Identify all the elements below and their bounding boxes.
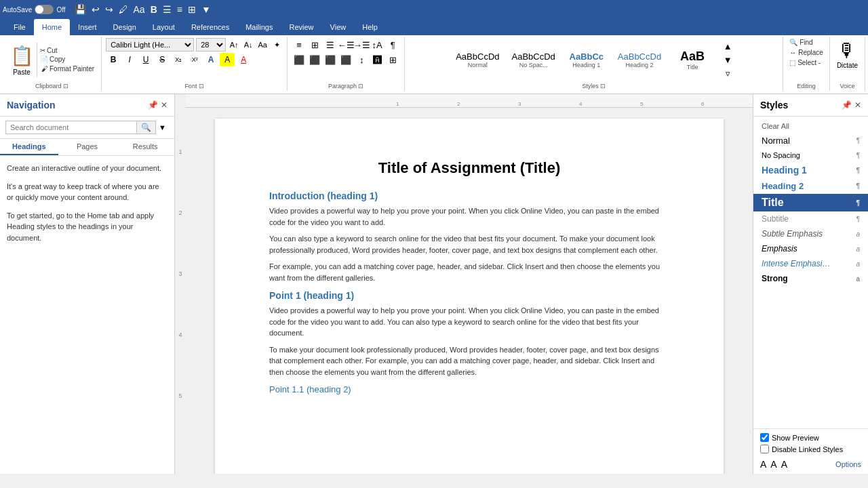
paste-button[interactable]: 📋 Paste [7,43,37,77]
show-marks-button[interactable]: ¶ [385,38,400,52]
tab-mailings[interactable]: Mailings [237,19,281,35]
nav-close-button[interactable]: ✕ [161,100,167,110]
styles-scroll-down[interactable]: ▼ [720,53,735,66]
align-button[interactable]: ☰ [161,3,174,16]
bullets-button[interactable]: ≡ [292,38,307,52]
style-entry-strong[interactable]: Strong a [753,271,868,286]
shading-button[interactable]: 🅰 [370,53,384,66]
style-title[interactable]: AaB Title [669,47,716,73]
spelling-button[interactable]: Aa [132,3,147,16]
tab-layout[interactable]: Layout [144,19,183,35]
paragraph-expand[interactable]: ⊡ [358,83,363,89]
styles-scroll-up[interactable]: ▲ [720,39,735,53]
style-clear-all[interactable]: Clear All [753,119,868,133]
style-no-spacing[interactable]: AaBbCcDd No Spac... [507,49,560,70]
style-heading2[interactable]: AaBbCcDd Heading 2 [613,49,666,70]
numbering-button[interactable]: ⊞ [307,38,322,52]
document-title[interactable]: Title of Assignment (Title) [269,159,669,177]
format-painter-button[interactable]: 🖌 Format Painter [40,64,96,73]
superscript-button[interactable]: X² [187,53,202,66]
change-case-btn[interactable]: Aa [256,39,269,51]
font-expand[interactable]: ⊡ [199,83,204,89]
tab-view[interactable]: View [322,19,355,35]
text-effects-button[interactable]: A [203,53,218,66]
nav-tab-results[interactable]: Results [116,139,174,155]
italic-button[interactable]: I [122,53,137,66]
style-entry-heading2[interactable]: Heading 2 ¶ [753,178,868,194]
cut-button[interactable]: ✂ Cut [40,47,96,54]
styles-more[interactable]: ▿ [720,66,735,80]
styles-a3-icon[interactable]: A [781,459,787,470]
text-highlight-button[interactable]: A [220,53,235,66]
replace-button[interactable]: ↔ Replace [787,48,825,57]
styles-expand[interactable]: ⊡ [600,83,606,89]
tab-file[interactable]: File [5,19,34,35]
tab-home[interactable]: Home [34,19,70,35]
copy-button[interactable]: 📄 Copy [40,56,96,63]
decrease-font-btn[interactable]: A↓ [242,39,254,51]
style-heading1[interactable]: AaBbCc Heading 1 [563,49,610,70]
bold-qat-button[interactable]: B [149,3,159,16]
tab-references[interactable]: References [183,19,237,35]
borders-button[interactable]: ⊞ [385,53,400,66]
nav-search-input[interactable] [5,121,137,134]
save-button[interactable]: 💾 [73,3,88,16]
strikethrough-button[interactable]: S [155,53,170,66]
redo-button[interactable]: ↪ [103,3,115,16]
sort-button[interactable]: ↕A [370,38,384,52]
align-left-button[interactable]: ⬛ [292,53,307,66]
show-preview-check-input[interactable] [760,433,769,442]
disable-linked-checkbox[interactable]: Disable Linked Styles [760,445,861,453]
clipboard-expand[interactable]: ⊡ [63,83,68,89]
font-name-select[interactable]: Calibri Light (He... [106,38,194,52]
font-size-select[interactable]: 28 [196,38,226,52]
tab-help[interactable]: Help [354,19,386,35]
style-entry-title[interactable]: Title ¶ [753,194,868,211]
decrease-indent-button[interactable]: ←☰ [338,38,353,52]
dictate-button[interactable]: 🎙 Dictate [834,38,861,70]
heading-introduction[interactable]: Introduction (heading 1) [269,190,669,201]
styles-a2-icon[interactable]: A [770,459,776,470]
nav-tab-headings[interactable]: Headings [0,139,58,155]
bold-button[interactable]: B [106,53,121,66]
style-entry-subtle-emphasis[interactable]: Subtle Emphasis a [753,226,868,241]
select-button[interactable]: ⬚ Select - [787,58,825,67]
increase-indent-button[interactable]: →☰ [354,38,369,52]
styles-options-button[interactable]: Options [835,460,861,468]
show-all-button[interactable]: ⊞ [186,3,198,16]
style-entry-no-spacing[interactable]: No Spacing ¶ [753,148,868,162]
undo-button[interactable]: ↩ [90,3,102,16]
heading-point1[interactable]: Point 1 (heading 1) [269,290,669,301]
justify-button[interactable]: ⬛ [338,53,353,66]
find-button[interactable]: 🔍 Find [787,38,825,47]
style-normal[interactable]: AaBbCcDd Normal [451,49,504,70]
style-entry-normal[interactable]: Normal ¶ [753,133,868,148]
font-color-button[interactable]: A [236,53,251,66]
autosave-toggle[interactable] [35,5,54,14]
show-preview-checkbox[interactable]: Show Preview [760,433,861,442]
disable-linked-check-input[interactable] [760,445,769,453]
bullet-list-button[interactable]: ≡ [175,3,184,16]
nav-pin-button[interactable]: 📌 [148,100,158,110]
more-qat-button[interactable]: ▼ [199,3,213,16]
subscript-button[interactable]: X₂ [171,53,186,66]
increase-font-btn[interactable]: A↑ [228,39,240,51]
multilevel-button[interactable]: ☰ [323,38,338,52]
style-entry-intense-emphasis[interactable]: Intense Emphasi… a [753,256,868,271]
nav-tab-pages[interactable]: Pages [58,139,117,155]
style-entry-emphasis[interactable]: Emphasis a [753,241,868,256]
styles-pane-close-button[interactable]: ✕ [854,100,861,110]
style-entry-heading1[interactable]: Heading 1 ¶ [753,162,868,178]
tab-review[interactable]: Review [281,19,322,35]
nav-search-button[interactable]: 🔍 [137,121,156,134]
nav-search-expand[interactable]: ▼ [156,123,169,131]
style-entry-subtitle[interactable]: Subtitle ¶ [753,211,868,226]
clear-format-btn[interactable]: ✦ [271,39,283,51]
styles-a1-icon[interactable]: A [760,459,766,470]
underline-button[interactable]: U [138,53,153,66]
tab-design[interactable]: Design [105,19,144,35]
tab-insert[interactable]: Insert [70,19,105,35]
align-center-button[interactable]: ⬛ [307,53,322,66]
styles-pane-pin-button[interactable]: 📌 [842,100,852,110]
heading-point1-1[interactable]: Point 1.1 (heading 2) [269,384,669,394]
